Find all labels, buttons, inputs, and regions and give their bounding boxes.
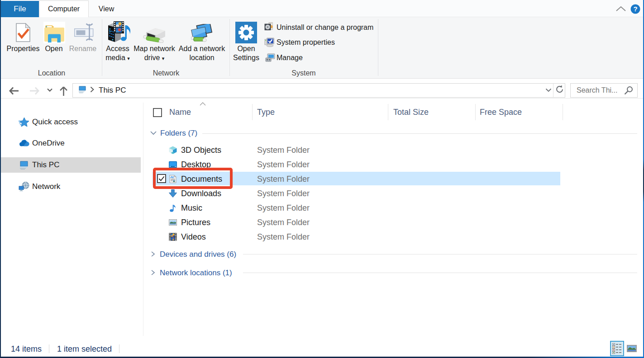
svg-text:?: ? — [633, 5, 637, 13]
